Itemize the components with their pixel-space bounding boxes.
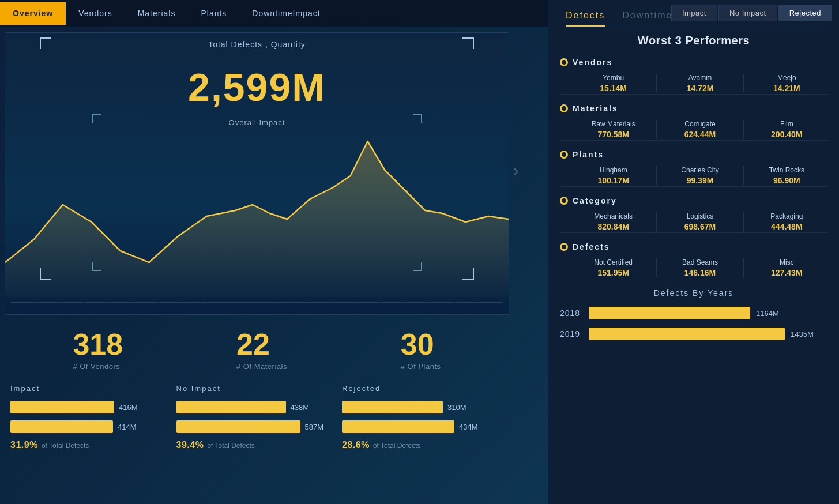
chart-main-value: 2,599M xyxy=(5,65,509,110)
perf-val: 99.39M xyxy=(659,176,740,185)
perf-val: 820.84M xyxy=(573,222,654,231)
year-label-2018: 2018 xyxy=(560,309,583,318)
perf-col: Not Certified 151.95M xyxy=(573,258,654,277)
bar-group-rejected: Rejected 310M 434M 28.6% of Total Defect… xyxy=(342,384,503,450)
perf-name: Twin Rocks xyxy=(746,166,827,174)
bar-row: 310M xyxy=(342,401,503,413)
perf-header: Defects xyxy=(560,242,827,251)
bar-row: 587M xyxy=(176,420,338,433)
perf-section-plants: Plants Hingham 100.17M Charles City 99.3… xyxy=(560,150,827,187)
perf-divider xyxy=(656,258,657,277)
chart-ticker xyxy=(5,297,509,309)
perf-divider xyxy=(656,166,657,185)
perf-col: Avamm 14.72M xyxy=(659,74,740,93)
bar-group-impact: Impact 416M 414M 31.9% of Total Defects xyxy=(10,384,172,450)
perf-header: Category xyxy=(560,196,827,205)
perf-name: Charles City xyxy=(659,166,740,174)
tab-downtime-impact[interactable]: DowntimeImpact xyxy=(239,2,333,25)
bar-group-rejected-title: Rejected xyxy=(342,384,503,393)
perf-row: Not Certified 151.95M Bad Seams 146.16M … xyxy=(560,256,827,279)
perf-col: Yombu 15.14M xyxy=(573,74,654,93)
bar-track xyxy=(176,401,286,413)
no-impact-button[interactable]: No Impact xyxy=(718,5,777,21)
perf-col: Hingham 100.17M xyxy=(573,166,654,185)
bar-group-impact-title: Impact xyxy=(10,384,172,393)
perf-divider xyxy=(743,74,744,93)
rejected-button[interactable]: Rejected xyxy=(778,5,832,21)
perf-divider xyxy=(656,120,657,139)
bar-track xyxy=(10,401,114,413)
perf-dot xyxy=(560,104,568,112)
perf-name: Yombu xyxy=(573,74,654,82)
perf-divider xyxy=(743,120,744,139)
stat-materials-number: 22 xyxy=(236,329,287,359)
bar-track xyxy=(342,420,454,433)
right-panel: Defects Downtime Worst 3 Performers Vend… xyxy=(548,0,839,504)
perf-val: 770.58M xyxy=(573,130,654,139)
year-row-2018: 2018 1164M xyxy=(560,307,827,319)
bar-group-no-impact-title: No Impact xyxy=(176,384,338,393)
chevron-right-icon[interactable]: › xyxy=(513,161,518,180)
perf-row: Raw Materials 770.58M Corrugate 624.44M … xyxy=(560,118,827,141)
bar-pct-text: of Total Defects xyxy=(373,442,421,450)
bar-pct-text: of Total Defects xyxy=(207,442,255,450)
perf-val: 624.44M xyxy=(659,130,740,139)
perf-name: Film xyxy=(746,120,827,128)
perf-category-label: Vendors xyxy=(573,58,612,67)
year-row-2019: 2019 1435M xyxy=(560,328,827,340)
bar-value: 414M xyxy=(118,423,137,431)
bar-value: 416M xyxy=(119,403,138,412)
perf-category-label: Materials xyxy=(573,104,618,113)
stat-plants-label: # Of Plants xyxy=(401,362,441,371)
bar-pct: 31.9% xyxy=(10,440,38,450)
tab-overview[interactable]: Overview xyxy=(0,2,66,25)
stat-vendors: 318 # Of Vendors xyxy=(73,329,123,371)
tab-vendors[interactable]: Vendors xyxy=(66,2,125,25)
bar-row: 438M xyxy=(176,401,338,413)
perf-col: Mechanicals 820.84M xyxy=(573,212,654,231)
perf-col: Charles City 99.39M xyxy=(659,166,740,185)
year-val-2018: 1164M xyxy=(756,309,779,318)
perf-name: Packaging xyxy=(746,212,827,220)
bar-footer: 39.4% of Total Defects xyxy=(176,440,338,450)
stat-materials: 22 # Of Materials xyxy=(236,329,287,371)
perf-val: 698.67M xyxy=(659,222,740,231)
perf-section-defects: Defects Not Certified 151.95M Bad Seams … xyxy=(560,242,827,279)
perf-divider xyxy=(743,212,744,231)
bar-row: 414M xyxy=(10,420,172,433)
stat-materials-label: # Of Materials xyxy=(236,362,287,371)
tab-defects[interactable]: Defects xyxy=(566,10,605,27)
bar-row: 416M xyxy=(10,401,172,413)
perf-name: Misc xyxy=(746,258,827,266)
perf-row: Mechanicals 820.84M Logistics 698.67M Pa… xyxy=(560,210,827,233)
perf-section-category: Category Mechanicals 820.84M Logistics 6… xyxy=(560,196,827,233)
bar-row: 434M xyxy=(342,420,503,433)
perf-row: Yombu 15.14M Avamm 14.72M Meejo 14.21M xyxy=(560,72,827,95)
perf-col: Packaging 444.48M xyxy=(746,212,827,231)
bar-track xyxy=(176,420,300,433)
year-bar-2019 xyxy=(589,328,785,340)
impact-button[interactable]: Impact xyxy=(671,5,717,21)
tab-materials[interactable]: Materials xyxy=(125,2,189,25)
perf-val: 100.17M xyxy=(573,176,654,185)
chart-title: Total Defects , Quantity xyxy=(5,40,509,49)
bar-pct: 28.6% xyxy=(342,440,370,450)
bar-value: 438M xyxy=(291,403,310,412)
main-nav: Overview Vendors Materials Plants Downti… xyxy=(0,0,333,27)
perf-section-materials: Materials Raw Materials 770.58M Corrugat… xyxy=(560,104,827,141)
perf-col: Corrugate 624.44M xyxy=(659,120,740,139)
chart-container: Total Defects , Quantity 2,599M Overall … xyxy=(5,32,509,315)
bar-pct: 39.4% xyxy=(176,440,204,450)
perf-col: Twin Rocks 96.90M xyxy=(746,166,827,185)
bar-value: 434M xyxy=(459,423,478,431)
perf-dot xyxy=(560,197,568,205)
perf-divider xyxy=(743,166,744,185)
bar-track xyxy=(10,420,113,433)
bar-value: 310M xyxy=(447,403,466,412)
perf-val: 127.43M xyxy=(746,268,827,277)
perf-header: Vendors xyxy=(560,58,827,67)
perf-section-vendors: Vendors Yombu 15.14M Avamm 14.72M Meejo … xyxy=(560,58,827,95)
perf-val: 151.95M xyxy=(573,268,654,277)
tab-plants[interactable]: Plants xyxy=(188,2,239,25)
perf-col: Meejo 14.21M xyxy=(746,74,827,93)
